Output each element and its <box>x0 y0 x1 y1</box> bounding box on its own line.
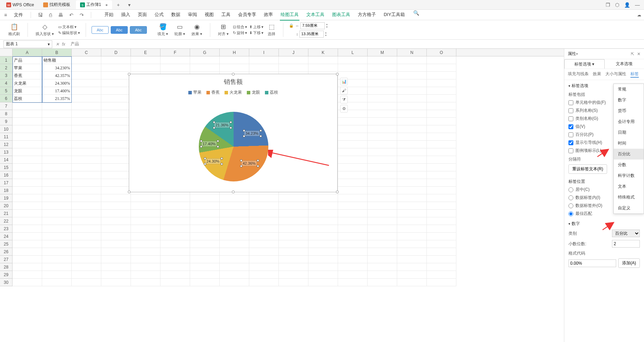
cell[interactable] <box>13 179 42 187</box>
cell[interactable] <box>249 210 279 217</box>
cell[interactable] <box>427 194 456 202</box>
cell[interactable] <box>249 202 279 210</box>
cell[interactable] <box>190 233 220 240</box>
cell[interactable] <box>160 240 190 248</box>
cell[interactable] <box>13 263 42 271</box>
row-header[interactable]: 25 <box>0 240 13 248</box>
cell[interactable] <box>190 194 220 202</box>
cell[interactable]: 龙眼 <box>13 87 42 95</box>
cell[interactable] <box>338 217 368 225</box>
cell[interactable] <box>397 56 427 64</box>
cell[interactable] <box>368 95 397 102</box>
cell[interactable] <box>13 148 42 156</box>
cell[interactable] <box>72 133 101 141</box>
add-tab-button[interactable]: + <box>113 2 123 8</box>
row-header[interactable]: 15 <box>0 164 13 171</box>
label-handle[interactable] <box>243 130 245 132</box>
cell[interactable] <box>368 179 397 187</box>
cell[interactable] <box>427 56 456 64</box>
cell[interactable] <box>72 187 101 194</box>
cell[interactable] <box>397 79 427 87</box>
tab-menu-button[interactable]: ▾ <box>125 2 134 8</box>
cell[interactable] <box>338 271 368 279</box>
label-handle[interactable] <box>213 121 215 123</box>
cell[interactable] <box>368 217 397 225</box>
edit-shape-button[interactable]: ✎ 编辑形状 ▾ <box>58 30 80 36</box>
cell[interactable] <box>308 64 338 72</box>
cell[interactable] <box>13 164 42 171</box>
formula-input[interactable]: 产品 <box>69 41 644 47</box>
cell[interactable] <box>101 202 131 210</box>
cell[interactable] <box>101 256 131 263</box>
cell[interactable] <box>397 279 427 286</box>
data-label[interactable]: 34.23% <box>244 131 260 136</box>
cell[interactable] <box>13 279 42 286</box>
label-handle[interactable] <box>221 157 223 160</box>
cell[interactable] <box>42 125 72 133</box>
cell[interactable] <box>397 187 427 194</box>
tab-ffgz[interactable]: 方方格子 <box>357 9 377 21</box>
format-item-number[interactable]: 数字 <box>614 95 644 106</box>
cell[interactable] <box>397 72 427 79</box>
label-handle[interactable] <box>240 160 242 162</box>
row-header[interactable]: 7 <box>0 102 13 110</box>
cell[interactable] <box>338 240 368 248</box>
cell[interactable] <box>42 110 72 118</box>
cell[interactable] <box>101 263 131 271</box>
row-header[interactable]: 4 <box>0 79 13 87</box>
cell[interactable] <box>72 279 101 286</box>
cell[interactable] <box>368 271 397 279</box>
cell[interactable] <box>397 110 427 118</box>
cell[interactable] <box>427 125 456 133</box>
cell[interactable] <box>190 202 220 210</box>
cell[interactable] <box>249 64 279 72</box>
cell[interactable]: 17.400% <box>42 87 72 95</box>
cell[interactable] <box>338 56 368 64</box>
label-handle[interactable] <box>230 121 232 123</box>
col-header[interactable]: G <box>190 49 220 56</box>
cell[interactable] <box>397 210 427 217</box>
cell[interactable]: 苹果 <box>13 64 42 72</box>
cell[interactable] <box>13 118 42 125</box>
cell[interactable] <box>13 233 42 240</box>
cell[interactable] <box>308 225 338 233</box>
cell[interactable] <box>427 233 456 240</box>
cloud-icon[interactable]: ☁ <box>637 13 641 17</box>
cell[interactable] <box>368 263 397 271</box>
cell[interactable] <box>131 271 160 279</box>
cell[interactable] <box>101 87 131 95</box>
cell[interactable] <box>72 210 101 217</box>
cell[interactable] <box>101 56 131 64</box>
cell[interactable] <box>160 56 190 64</box>
cell[interactable] <box>131 202 160 210</box>
cell[interactable] <box>427 79 456 87</box>
cell[interactable] <box>397 202 427 210</box>
cell[interactable] <box>72 79 101 87</box>
cell[interactable] <box>160 194 190 202</box>
cell[interactable] <box>279 217 308 225</box>
legend-item[interactable]: 香蕉 <box>206 90 220 95</box>
cell[interactable] <box>397 156 427 164</box>
row-header[interactable]: 27 <box>0 256 13 263</box>
cell[interactable] <box>101 279 131 286</box>
cell[interactable] <box>427 102 456 110</box>
file-menu[interactable]: 文件 <box>12 11 25 19</box>
cell[interactable] <box>220 202 249 210</box>
cell[interactable] <box>308 233 338 240</box>
cell[interactable] <box>72 179 101 187</box>
cell[interactable] <box>338 148 368 156</box>
text-frame-button[interactable]: ▭ 文本框 ▾ <box>58 24 80 30</box>
cell[interactable] <box>72 225 101 233</box>
cell[interactable] <box>427 179 456 187</box>
cell[interactable] <box>42 248 72 256</box>
cell[interactable] <box>308 240 338 248</box>
cell[interactable] <box>249 56 279 64</box>
cell[interactable] <box>308 279 338 286</box>
cell[interactable] <box>338 187 368 194</box>
cell[interactable] <box>13 202 42 210</box>
cell[interactable] <box>279 256 308 263</box>
cell[interactable] <box>427 87 456 95</box>
subtab-size[interactable]: 大小与属性 <box>605 71 626 78</box>
legend-item[interactable]: 火龙果 <box>225 90 242 95</box>
cell[interactable] <box>279 240 308 248</box>
